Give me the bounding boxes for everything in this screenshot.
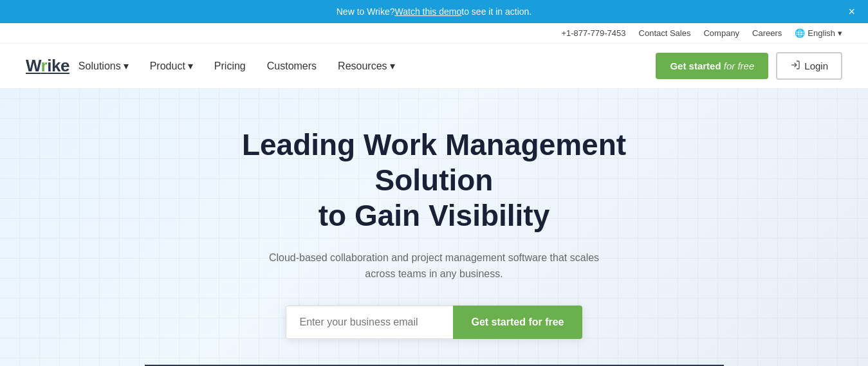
login-icon <box>790 60 800 72</box>
globe-icon: 🌐 <box>795 28 805 38</box>
chevron-down-icon: ▾ <box>838 28 842 38</box>
nav-item-solutions[interactable]: Solutions ▾ <box>69 55 138 77</box>
customers-label: Customers <box>267 60 317 72</box>
resources-label: Resources <box>338 60 387 72</box>
hero-headline: Leading Work Management Solution to Gain… <box>209 127 660 234</box>
company-link[interactable]: Company <box>703 28 739 38</box>
hero-subtext: Cloud-based collaboration and project ma… <box>267 250 602 282</box>
get-started-nav-button[interactable]: Get started for free <box>656 53 768 79</box>
hero-headline-line1: Leading Work Management Solution <box>242 128 626 197</box>
solutions-label: Solutions <box>78 60 121 72</box>
nav-item-customers[interactable]: Customers <box>258 55 326 77</box>
nav-item-product[interactable]: Product ▾ <box>141 55 202 77</box>
secondary-navigation: +1-877-779-7453 Contact Sales Company Ca… <box>0 23 868 44</box>
product-chevron-icon: ▾ <box>188 60 193 72</box>
get-started-italic: for free <box>724 60 755 71</box>
nav-actions: Get started for free Login <box>656 52 842 80</box>
language-selector[interactable]: 🌐 English ▾ <box>795 28 842 38</box>
banner-text-pre: New to Wrike? <box>337 6 395 17</box>
banner-close-button[interactable]: × <box>848 5 855 19</box>
hero-cta-button[interactable]: Get started for free <box>453 306 582 339</box>
login-label: Login <box>804 60 828 71</box>
hero-section: Leading Work Management Solution to Gain… <box>0 89 868 366</box>
phone-link[interactable]: +1-877-779-7453 <box>561 28 625 38</box>
announcement-banner: New to Wrike? Watch this demo to see it … <box>0 0 868 23</box>
main-navigation: Wrike Solutions ▾ Product ▾ Pricing Cust… <box>0 44 868 89</box>
pricing-label: Pricing <box>214 60 246 72</box>
careers-link[interactable]: Careers <box>752 28 782 38</box>
hero-headline-line2: to Gain Visibility <box>319 199 550 232</box>
nav-item-pricing[interactable]: Pricing <box>205 55 255 77</box>
banner-demo-link[interactable]: Watch this demo <box>395 6 462 17</box>
resources-chevron-icon: ▾ <box>390 60 395 72</box>
hero-email-form: Get started for free <box>286 306 582 339</box>
language-label: English <box>808 28 835 38</box>
get-started-label: Get started <box>670 60 723 71</box>
contact-sales-link[interactable]: Contact Sales <box>639 28 691 38</box>
product-label: Product <box>150 60 185 72</box>
banner-text-post: to see it in action. <box>461 6 531 17</box>
nav-item-resources[interactable]: Resources ▾ <box>329 55 403 77</box>
site-logo[interactable]: Wrike <box>26 56 69 76</box>
nav-links-container: Solutions ▾ Product ▾ Pricing Customers … <box>69 55 656 77</box>
hero-email-input[interactable] <box>286 306 453 339</box>
login-button[interactable]: Login <box>776 52 842 80</box>
logo-text: Wrike <box>26 56 69 75</box>
solutions-chevron-icon: ▾ <box>124 60 129 72</box>
